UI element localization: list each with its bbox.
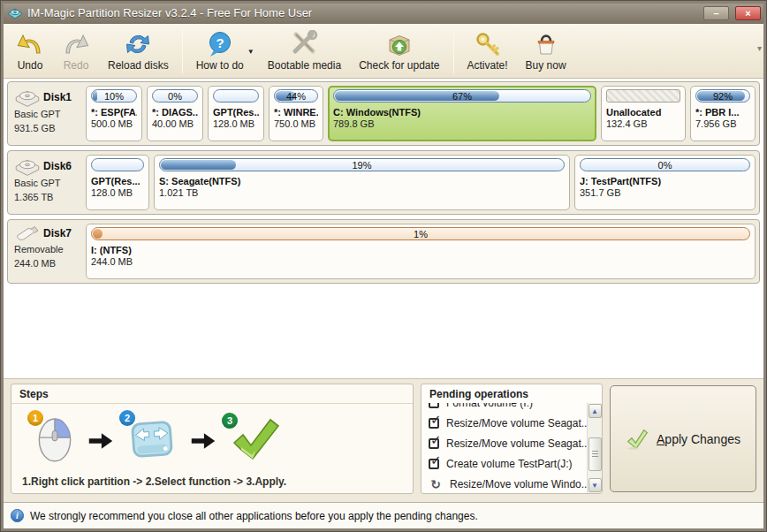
pending-item[interactable]: ✓ Resize/Move volume Seagat... [429, 413, 585, 433]
scroll-down-icon[interactable]: ▼ [589, 478, 602, 492]
green-check-icon [626, 428, 649, 451]
steps-caption: 1.Right click partition -> 2.Select func… [22, 475, 402, 490]
step3-badge: 3 [222, 413, 238, 429]
reload-icon [124, 30, 152, 58]
steps-title: Steps [11, 384, 413, 404]
window-title: IM-Magic Partition Resizer v3.2.4 - Free… [27, 6, 699, 19]
pending-scrollbar[interactable]: ▲ ▼ [587, 403, 602, 493]
disk-row-disk7: Disk7 Removable 244.0 MB 1% I: (NTFS) 24… [7, 219, 760, 284]
check-for-update-button[interactable]: Check for update [350, 26, 448, 76]
close-button[interactable]: × [735, 6, 761, 20]
resize-disk-icon [126, 414, 178, 465]
app-icon [7, 6, 23, 19]
checked-checkbox-icon: ✓ [429, 418, 439, 429]
checked-checkbox-icon: ✓ [429, 438, 439, 449]
tools-icon [290, 30, 318, 58]
apply-changes-label: Apply Changes [657, 432, 740, 446]
redo-icon [62, 30, 90, 58]
toolbar-overflow-icon[interactable]: ▾ [757, 43, 762, 53]
question-bubble-icon: ? [206, 30, 234, 58]
disk1-info: Disk1 Basic GPT 931.5 GB [11, 86, 86, 141]
disk7-info: Disk7 Removable 244.0 MB [11, 224, 86, 279]
status-message: We strongly recommend you close all othe… [30, 510, 478, 522]
checked-checkbox-icon: ✓ [429, 403, 439, 408]
pending-item[interactable]: ✓ Format volume (I:) [429, 403, 585, 413]
toolbar-separator [182, 28, 183, 73]
disk-row-disk6: Disk6 Basic GPT 1.365 TB GPT(Res... 128.… [7, 150, 760, 215]
info-icon: i [11, 509, 24, 522]
titlebar: IM-Magic Partition Resizer v3.2.4 - Free… [4, 4, 763, 24]
partition-block-selected[interactable]: 67% C: Windows(NTFS) 789.8 GB [328, 86, 596, 141]
apply-check-icon [231, 418, 280, 460]
howto-dropdown-icon[interactable]: ▼ [247, 48, 254, 56]
scroll-up-icon[interactable]: ▲ [589, 404, 602, 418]
pending-title: Pending operations [421, 384, 602, 403]
basket-icon [532, 30, 560, 58]
disk-row-disk1: Disk1 Basic GPT 931.5 GB 10% *: ESP(FA..… [7, 81, 760, 146]
partition-block[interactable]: 19% S: Seagate(NTFS) 1.021 TB [154, 155, 570, 210]
refresh-icon: ↻ [429, 477, 443, 491]
checked-checkbox-icon: ✓ [429, 459, 439, 469]
pending-operations-panel: Pending operations ✓ Format volume (I:) … [421, 384, 603, 494]
buy-now-button[interactable]: Buy now [517, 26, 575, 76]
partition-block[interactable]: 92% *: PBR I... 7.956 GB [690, 86, 756, 141]
step1-badge: 1 [27, 410, 43, 426]
partition-block[interactable]: GPT(Res... 128.0 MB [208, 86, 264, 141]
pending-item[interactable]: ✓ Resize/Move volume Seagat... [429, 433, 585, 453]
hard-disk-icon [14, 87, 41, 107]
arrow-right-icon [190, 431, 216, 451]
svg-text:?: ? [216, 35, 224, 50]
pending-item[interactable]: ↻ Resize/Move volume Windo... [429, 474, 585, 493]
minimize-button[interactable]: – [703, 6, 729, 20]
scrollbar-thumb[interactable] [589, 437, 602, 471]
undo-button[interactable]: Undo [7, 26, 53, 76]
partition-block[interactable]: 10% *: ESP(FA... 500.0 MB [86, 86, 142, 141]
partition-block[interactable]: 0% *: DIAGS... 40.00 MB [147, 86, 203, 141]
toolbar: Undo Redo Reload disks ? ▼ [4, 24, 763, 79]
reload-disks-button[interactable]: Reload disks [99, 26, 178, 76]
arrow-right-icon [87, 431, 114, 451]
disk6-info: Disk6 Basic GPT 1.365 TB [11, 155, 86, 210]
steps-panel: Steps 1 [11, 384, 414, 494]
usb-drive-icon [14, 224, 41, 242]
bottom-panels: Steps 1 [4, 378, 763, 502]
pending-list: ✓ Format volume (I:) ✓ Resize/Move volum… [421, 403, 587, 493]
hard-disk-icon [14, 156, 41, 176]
key-icon [474, 30, 502, 58]
toolbar-separator [453, 28, 454, 73]
partition-block[interactable]: 44% *: WINRE... 750.0 MB [269, 86, 323, 141]
partition-block[interactable]: GPT(Res... 128.0 MB [86, 155, 149, 210]
apply-changes-button[interactable]: Apply Changes [610, 385, 756, 492]
partition-block[interactable]: 0% J: TestPart(NTFS) 351.7 GB [574, 155, 756, 210]
redo-button[interactable]: Redo [53, 26, 99, 76]
partition-block[interactable]: 1% I: (NTFS) 244.0 MB [86, 224, 756, 279]
update-box-icon [385, 30, 414, 58]
how-to-do-button[interactable]: ? ▼ How to do [187, 26, 259, 76]
undo-icon [16, 30, 44, 58]
statusbar: i We strongly recommend you close all ot… [4, 502, 763, 528]
disk-map-area: Disk1 Basic GPT 931.5 GB 10% *: ESP(FA..… [4, 79, 763, 378]
activate-button[interactable]: Activate! [459, 26, 517, 76]
bootable-media-button[interactable]: Bootable media [259, 26, 350, 76]
app-window: IM-Magic Partition Resizer v3.2.4 - Free… [0, 0, 767, 532]
partition-block-unallocated[interactable]: Unallocated 132.4 GB [601, 86, 686, 141]
pending-item[interactable]: ✓ Create volume TestPart(J:) [429, 453, 585, 474]
